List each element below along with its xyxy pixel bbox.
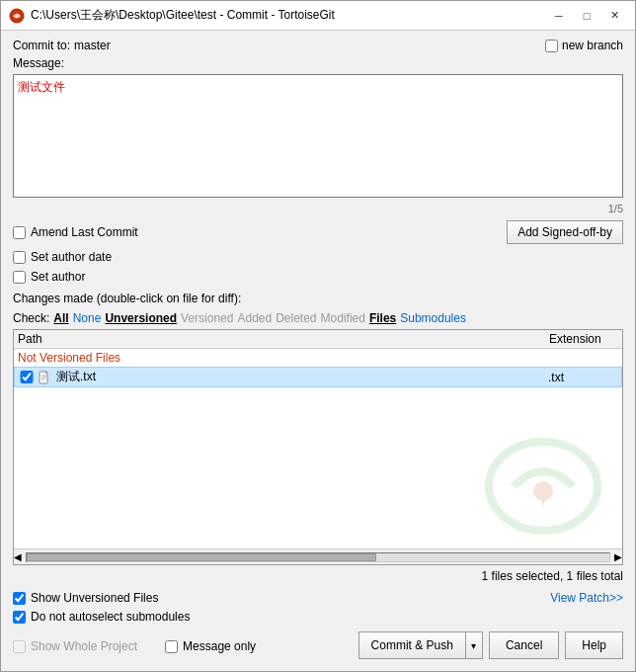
- titlebar: C:\Users\王会称\Desktop\Gitee\test - Commit…: [1, 1, 635, 31]
- message-textarea[interactable]: [13, 74, 623, 198]
- set-author-date-checkbox[interactable]: [13, 251, 26, 264]
- commit-to-value: master: [74, 39, 111, 52]
- show-unversioned-label[interactable]: Show Unversioned Files: [31, 591, 158, 605]
- app-icon: [9, 8, 25, 24]
- not-versioned-group: Not Versioned Files: [14, 349, 622, 367]
- set-author-label[interactable]: Set author: [31, 270, 85, 284]
- filter-all[interactable]: All: [53, 311, 68, 325]
- commit-to-label: Commit to:: [13, 39, 70, 52]
- filter-files[interactable]: Files: [369, 311, 396, 325]
- new-branch-section: new branch: [545, 39, 623, 52]
- minimize-button[interactable]: ─: [546, 6, 572, 26]
- main-window: C:\Users\王会称\Desktop\Gitee\test - Commit…: [0, 0, 636, 672]
- amend-label[interactable]: Amend Last Commit: [31, 225, 138, 239]
- commit-push-button[interactable]: Commit & Push: [358, 631, 465, 659]
- scroll-right-arrow[interactable]: ▶: [614, 551, 622, 562]
- message-only-label[interactable]: Message only: [183, 639, 256, 653]
- set-author-row: Set author: [13, 270, 623, 284]
- check-label: Check:: [13, 311, 49, 325]
- filter-modified[interactable]: Modified: [321, 311, 365, 325]
- message-only-checkbox[interactable]: [165, 640, 178, 653]
- show-whole-project-label: Show Whole Project: [31, 639, 137, 653]
- set-author-date-row: Set author date: [13, 250, 623, 264]
- titlebar-title: C:\Users\王会称\Desktop\Gitee\test - Commit…: [31, 7, 335, 24]
- filter-unversioned[interactable]: Unversioned: [105, 311, 177, 325]
- show-unversioned-left: Show Unversioned Files: [13, 591, 158, 605]
- commit-push-group: Commit & Push ▾: [358, 631, 483, 659]
- watermark: [484, 437, 602, 539]
- action-buttons: Commit & Push ▾ Cancel Help: [358, 631, 623, 659]
- show-whole-project-row: Show Whole Project: [13, 639, 137, 653]
- window-content: Commit to: master new branch Message: 1/…: [1, 31, 635, 671]
- message-label: Message:: [13, 56, 623, 70]
- commit-to-section: Commit to: master: [13, 39, 111, 52]
- svg-point-2: [533, 481, 553, 501]
- view-patch-link[interactable]: View Patch>>: [550, 591, 623, 605]
- message-only-row: Message only: [165, 639, 256, 653]
- bottom-left: Show Whole Project Message only: [13, 637, 256, 653]
- close-button[interactable]: ✕: [601, 6, 627, 26]
- new-branch-label[interactable]: new branch: [562, 39, 623, 52]
- filter-deleted[interactable]: Deleted: [276, 311, 316, 325]
- filter-added[interactable]: Added: [237, 311, 272, 325]
- do-not-autoselect-row: Do not autoselect submodules: [13, 610, 623, 624]
- file-name: 测试.txt: [56, 369, 548, 385]
- table-row[interactable]: 测试.txt .txt: [14, 367, 622, 387]
- show-whole-project-checkbox: [13, 640, 26, 653]
- amend-left: Amend Last Commit: [13, 225, 138, 239]
- show-unversioned-checkbox[interactable]: [13, 592, 26, 605]
- cancel-button[interactable]: Cancel: [489, 631, 559, 659]
- file-icon: [37, 371, 52, 384]
- svg-point-1: [489, 442, 597, 531]
- add-signed-off-button[interactable]: Add Signed-off-by: [507, 220, 623, 244]
- do-not-autoselect-label[interactable]: Do not autoselect submodules: [31, 610, 190, 624]
- file-ext: .txt: [548, 371, 617, 384]
- do-not-autoselect-checkbox[interactable]: [13, 611, 26, 624]
- set-author-date-label[interactable]: Set author date: [31, 250, 112, 264]
- amend-row: Amend Last Commit Add Signed-off-by: [13, 220, 623, 244]
- filter-none[interactable]: None: [73, 311, 102, 325]
- show-unversioned-row: Show Unversioned Files View Patch>>: [13, 591, 623, 605]
- set-author-checkbox[interactable]: [13, 271, 26, 284]
- help-button[interactable]: Help: [565, 631, 623, 659]
- new-branch-checkbox[interactable]: [545, 40, 558, 52]
- scroll-left-arrow[interactable]: ◀: [14, 551, 22, 562]
- file-row-checkbox[interactable]: [19, 371, 35, 383]
- scrollbar-thumb[interactable]: [27, 553, 376, 561]
- file-table: Path Extension Not Versioned Files: [13, 329, 623, 565]
- commit-to-row: Commit to: master new branch: [13, 39, 623, 52]
- filter-submodules[interactable]: Submodules: [400, 311, 466, 325]
- filter-row: Check: All None Unversioned Versioned Ad…: [13, 311, 623, 325]
- file-count: 1 files selected, 1 files total: [13, 569, 623, 583]
- commit-push-dropdown[interactable]: ▾: [465, 631, 483, 659]
- bottom-buttons-row: Show Whole Project Message only Commit &…: [13, 631, 623, 663]
- scrollbar[interactable]: ◀ ▶: [14, 548, 622, 564]
- scrollbar-track[interactable]: [26, 552, 610, 562]
- col-ext-header: Extension: [549, 332, 618, 346]
- bottom-options: Show Unversioned Files View Patch>> Do n…: [13, 591, 623, 624]
- col-path-header: Path: [18, 332, 549, 346]
- maximize-button[interactable]: □: [574, 6, 599, 26]
- titlebar-left: C:\Users\王会称\Desktop\Gitee\test - Commit…: [9, 7, 335, 24]
- filter-versioned[interactable]: Versioned: [181, 311, 233, 325]
- amend-checkbox[interactable]: [13, 226, 26, 239]
- file-table-body: Not Versioned Files 测试.txt .txt: [14, 349, 622, 548]
- char-count: 1/5: [13, 203, 623, 214]
- file-table-header: Path Extension: [14, 330, 622, 349]
- titlebar-controls: ─ □ ✕: [546, 6, 627, 26]
- changes-label: Changes made (double-click on file for d…: [13, 292, 623, 305]
